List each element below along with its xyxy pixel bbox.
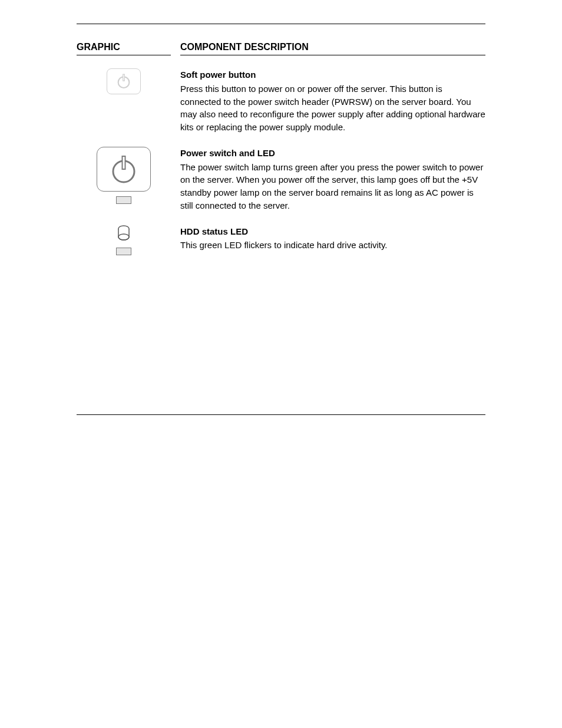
row-text: This green LED flickers to indicate hard… [180, 239, 485, 252]
description-cell: Power switch and LED The power switch la… [180, 147, 485, 212]
row-title: HDD status LED [180, 225, 485, 238]
row-text: The power switch lamp turns green after … [180, 161, 485, 212]
description-cell: Soft power button Press this button to p… [180, 68, 485, 134]
col-header-description: COMPONENT DESCRIPTION [180, 42, 485, 55]
soft-power-button-icon [107, 68, 141, 94]
table-header: GRAPHIC COMPONENT DESCRIPTION [77, 42, 485, 55]
svg-rect-3 [123, 156, 125, 169]
top-rule [77, 24, 485, 24]
svg-rect-1 [123, 74, 125, 81]
graphic-cell [77, 225, 171, 255]
row-title: Soft power button [180, 68, 485, 81]
table-row: Soft power button Press this button to p… [77, 68, 485, 134]
description-cell: HDD status LED This green LED flickers t… [180, 225, 485, 255]
graphic-cell [77, 147, 171, 212]
table-row: Power switch and LED The power switch la… [77, 147, 485, 212]
table-row: HDD status LED This green LED flickers t… [77, 225, 485, 255]
page: GRAPHIC COMPONENT DESCRIPTION Soft power… [0, 0, 562, 728]
graphic-cell [77, 68, 171, 134]
bottom-rule [77, 414, 485, 415]
led-indicator-icon [116, 248, 131, 255]
row-text: Press this button to power on or power o… [180, 83, 485, 134]
hdd-icon [117, 225, 130, 243]
col-header-graphic: GRAPHIC [77, 42, 171, 55]
power-switch-icon [97, 147, 151, 192]
led-indicator-icon [116, 196, 131, 204]
row-title: Power switch and LED [180, 147, 485, 160]
